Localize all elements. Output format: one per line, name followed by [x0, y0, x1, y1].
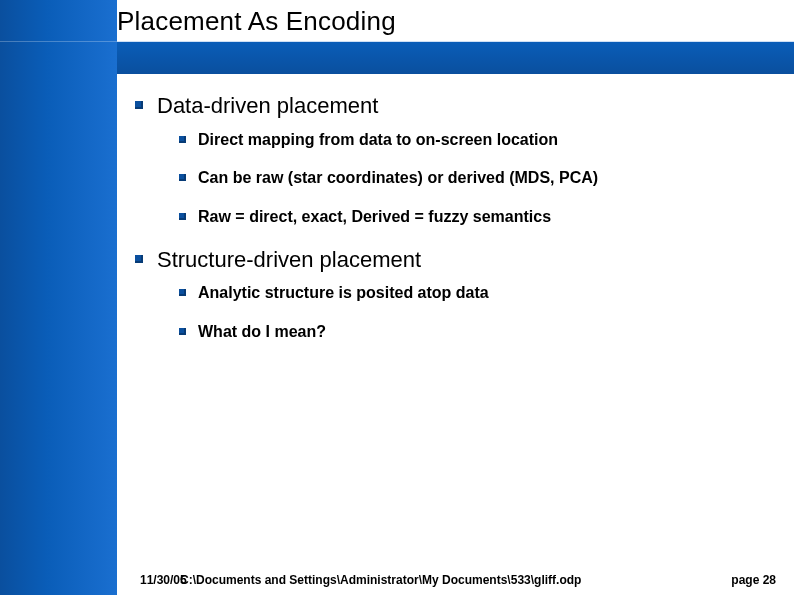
- slide: Placement As Encoding Data-driven placem…: [0, 0, 794, 595]
- sidebar-divider: [0, 41, 117, 42]
- bullet-icon: [179, 213, 186, 220]
- bullet-icon: [135, 101, 143, 109]
- list-item: Analytic structure is posited atop data: [179, 283, 775, 304]
- footer-path: C:\Documents and Settings\Administrator\…: [180, 573, 581, 587]
- bullet-icon: [179, 289, 186, 296]
- sublist: Analytic structure is posited atop data …: [179, 283, 775, 343]
- list-item: Raw = direct, exact, Derived = fuzzy sem…: [179, 207, 775, 228]
- header-band: [117, 42, 794, 74]
- left-stripe: [0, 0, 117, 595]
- heading-text: Data-driven placement: [157, 92, 378, 120]
- footer-page: page 28: [731, 573, 776, 587]
- bullet-icon: [179, 174, 186, 181]
- bullet-icon: [135, 255, 143, 263]
- heading-text: Structure-driven placement: [157, 246, 421, 274]
- slide-title: Placement As Encoding: [117, 6, 396, 37]
- item-text: Raw = direct, exact, Derived = fuzzy sem…: [198, 207, 551, 228]
- list-item: Can be raw (star coordinates) or derived…: [179, 168, 775, 189]
- bullet-icon: [179, 136, 186, 143]
- item-text: Direct mapping from data to on-screen lo…: [198, 130, 558, 151]
- list-item: Data-driven placement: [135, 92, 775, 120]
- item-text: Analytic structure is posited atop data: [198, 283, 489, 304]
- bullet-icon: [179, 328, 186, 335]
- list-item: What do I mean?: [179, 322, 775, 343]
- content-area: Data-driven placement Direct mapping fro…: [135, 86, 775, 361]
- item-text: Can be raw (star coordinates) or derived…: [198, 168, 598, 189]
- item-text: What do I mean?: [198, 322, 326, 343]
- list-item: Structure-driven placement: [135, 246, 775, 274]
- list-item: Direct mapping from data to on-screen lo…: [179, 130, 775, 151]
- sublist: Direct mapping from data to on-screen lo…: [179, 130, 775, 228]
- footer: 11/30/05 C:\Documents and Settings\Admin…: [0, 567, 794, 595]
